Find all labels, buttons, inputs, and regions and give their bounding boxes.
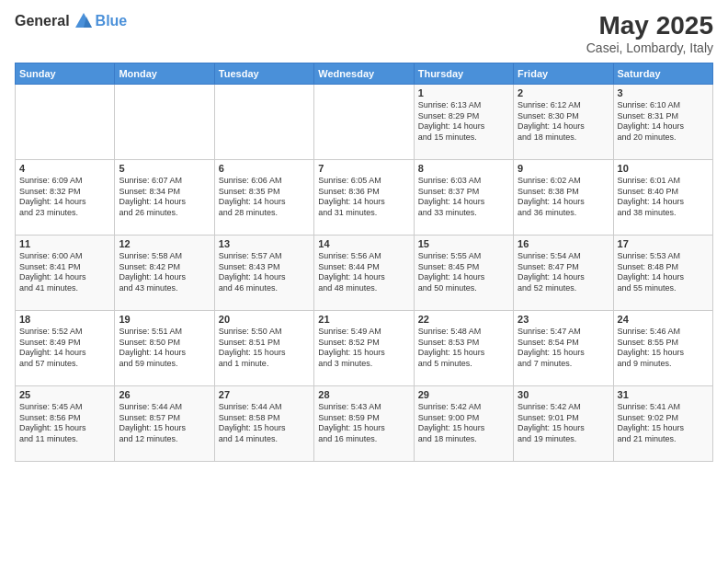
- header-saturday: Saturday: [613, 63, 712, 85]
- day-cell-0-1: [115, 85, 214, 160]
- day-info: Sunrise: 5:45 AM Sunset: 8:56 PM Dayligh…: [19, 402, 110, 445]
- day-cell-1-6: 10Sunrise: 6:01 AM Sunset: 8:40 PM Dayli…: [613, 160, 712, 236]
- day-number: 12: [119, 238, 210, 249]
- day-number: 29: [418, 389, 509, 400]
- day-info: Sunrise: 5:41 AM Sunset: 9:02 PM Dayligh…: [618, 402, 709, 445]
- day-cell-3-0: 18Sunrise: 5:52 AM Sunset: 8:49 PM Dayli…: [16, 311, 115, 386]
- day-cell-2-3: 14Sunrise: 5:56 AM Sunset: 8:44 PM Dayli…: [314, 236, 414, 311]
- day-info: Sunrise: 5:57 AM Sunset: 8:43 PM Dayligh…: [219, 251, 310, 294]
- day-info: Sunrise: 6:05 AM Sunset: 8:36 PM Dayligh…: [318, 176, 409, 219]
- day-info: Sunrise: 5:44 AM Sunset: 8:58 PM Dayligh…: [219, 402, 310, 445]
- day-info: Sunrise: 5:43 AM Sunset: 8:59 PM Dayligh…: [318, 402, 409, 445]
- day-cell-2-6: 17Sunrise: 5:53 AM Sunset: 8:48 PM Dayli…: [613, 236, 712, 311]
- day-number: 15: [418, 238, 509, 249]
- header-monday: Monday: [115, 63, 214, 85]
- day-number: 5: [119, 163, 210, 174]
- day-cell-4-2: 27Sunrise: 5:44 AM Sunset: 8:58 PM Dayli…: [214, 386, 313, 462]
- day-info: Sunrise: 5:47 AM Sunset: 8:54 PM Dayligh…: [518, 327, 609, 370]
- day-cell-1-0: 4Sunrise: 6:09 AM Sunset: 8:32 PM Daylig…: [16, 160, 115, 236]
- calendar-body: 1Sunrise: 6:13 AM Sunset: 8:29 PM Daylig…: [16, 85, 713, 462]
- day-cell-2-0: 11Sunrise: 6:00 AM Sunset: 8:41 PM Dayli…: [16, 236, 115, 311]
- day-number: 7: [318, 163, 409, 174]
- day-number: 11: [19, 238, 110, 249]
- day-number: 22: [418, 314, 509, 325]
- day-cell-4-0: 25Sunrise: 5:45 AM Sunset: 8:56 PM Dayli…: [16, 386, 115, 462]
- day-cell-3-6: 24Sunrise: 5:46 AM Sunset: 8:55 PM Dayli…: [613, 311, 712, 386]
- day-info: Sunrise: 5:54 AM Sunset: 8:47 PM Dayligh…: [518, 251, 609, 294]
- day-number: 26: [119, 389, 210, 400]
- day-cell-0-4: 1Sunrise: 6:13 AM Sunset: 8:29 PM Daylig…: [414, 85, 513, 160]
- location-title: Casei, Lombardy, Italy: [586, 40, 713, 55]
- day-cell-1-4: 8Sunrise: 6:03 AM Sunset: 8:37 PM Daylig…: [414, 160, 513, 236]
- day-cell-4-5: 30Sunrise: 5:42 AM Sunset: 9:01 PM Dayli…: [514, 386, 613, 462]
- week-row-4: 25Sunrise: 5:45 AM Sunset: 8:56 PM Dayli…: [16, 386, 713, 462]
- calendar-table: Sunday Monday Tuesday Wednesday Thursday…: [15, 63, 713, 462]
- day-cell-4-6: 31Sunrise: 5:41 AM Sunset: 9:02 PM Dayli…: [613, 386, 712, 462]
- day-number: 27: [219, 389, 310, 400]
- header: General Blue May 2025 Casei, Lombardy, I…: [15, 11, 713, 55]
- title-block: May 2025 Casei, Lombardy, Italy: [586, 11, 713, 55]
- day-cell-0-0: [16, 85, 115, 160]
- week-row-1: 4Sunrise: 6:09 AM Sunset: 8:32 PM Daylig…: [16, 160, 713, 236]
- day-info: Sunrise: 6:07 AM Sunset: 8:34 PM Dayligh…: [119, 176, 210, 219]
- day-info: Sunrise: 6:00 AM Sunset: 8:41 PM Dayligh…: [19, 251, 110, 294]
- day-info: Sunrise: 6:02 AM Sunset: 8:38 PM Dayligh…: [518, 176, 609, 219]
- day-cell-1-3: 7Sunrise: 6:05 AM Sunset: 8:36 PM Daylig…: [314, 160, 414, 236]
- day-cell-3-4: 22Sunrise: 5:48 AM Sunset: 8:53 PM Dayli…: [414, 311, 513, 386]
- day-info: Sunrise: 5:42 AM Sunset: 9:01 PM Dayligh…: [518, 402, 609, 445]
- day-cell-2-2: 13Sunrise: 5:57 AM Sunset: 8:43 PM Dayli…: [214, 236, 313, 311]
- day-info: Sunrise: 6:12 AM Sunset: 8:30 PM Dayligh…: [518, 100, 609, 144]
- day-number: 21: [318, 314, 409, 325]
- day-cell-4-1: 26Sunrise: 5:44 AM Sunset: 8:57 PM Dayli…: [115, 386, 214, 462]
- header-sunday: Sunday: [16, 63, 115, 85]
- day-cell-1-2: 6Sunrise: 6:06 AM Sunset: 8:35 PM Daylig…: [214, 160, 313, 236]
- day-cell-4-3: 28Sunrise: 5:43 AM Sunset: 8:59 PM Dayli…: [314, 386, 414, 462]
- header-wednesday: Wednesday: [314, 63, 414, 85]
- day-cell-3-5: 23Sunrise: 5:47 AM Sunset: 8:54 PM Dayli…: [514, 311, 613, 386]
- day-number: 6: [219, 163, 310, 174]
- day-cell-0-6: 3Sunrise: 6:10 AM Sunset: 8:31 PM Daylig…: [613, 85, 712, 160]
- header-tuesday: Tuesday: [214, 63, 313, 85]
- day-cell-3-2: 20Sunrise: 5:50 AM Sunset: 8:51 PM Dayli…: [214, 311, 313, 386]
- day-number: 10: [618, 163, 709, 174]
- day-number: 4: [19, 163, 110, 174]
- day-number: 25: [19, 389, 110, 400]
- header-friday: Friday: [514, 63, 613, 85]
- day-number: 24: [618, 314, 709, 325]
- day-info: Sunrise: 5:46 AM Sunset: 8:55 PM Dayligh…: [618, 327, 709, 370]
- day-cell-2-1: 12Sunrise: 5:58 AM Sunset: 8:42 PM Dayli…: [115, 236, 214, 311]
- logo: General Blue: [15, 11, 127, 31]
- day-number: 23: [518, 314, 609, 325]
- day-info: Sunrise: 5:44 AM Sunset: 8:57 PM Dayligh…: [119, 402, 210, 445]
- day-cell-1-1: 5Sunrise: 6:07 AM Sunset: 8:34 PM Daylig…: [115, 160, 214, 236]
- day-cell-0-2: [214, 85, 313, 160]
- day-cell-2-4: 15Sunrise: 5:55 AM Sunset: 8:45 PM Dayli…: [414, 236, 513, 311]
- day-info: Sunrise: 6:01 AM Sunset: 8:40 PM Dayligh…: [618, 176, 709, 219]
- day-number: 18: [19, 314, 110, 325]
- calendar-page: General Blue May 2025 Casei, Lombardy, I…: [0, 0, 728, 563]
- day-cell-0-5: 2Sunrise: 6:12 AM Sunset: 8:30 PM Daylig…: [514, 85, 613, 160]
- day-cell-2-5: 16Sunrise: 5:54 AM Sunset: 8:47 PM Dayli…: [514, 236, 613, 311]
- day-number: 30: [518, 389, 609, 400]
- day-number: 3: [618, 87, 709, 98]
- logo-general-text: General: [15, 13, 70, 29]
- day-cell-3-3: 21Sunrise: 5:49 AM Sunset: 8:52 PM Dayli…: [314, 311, 414, 386]
- day-info: Sunrise: 5:53 AM Sunset: 8:48 PM Dayligh…: [618, 251, 709, 294]
- day-info: Sunrise: 5:42 AM Sunset: 9:00 PM Dayligh…: [418, 402, 509, 445]
- day-number: 16: [518, 238, 609, 249]
- logo-blue-text: Blue: [96, 13, 128, 29]
- day-info: Sunrise: 5:56 AM Sunset: 8:44 PM Dayligh…: [318, 251, 409, 294]
- day-number: 19: [119, 314, 210, 325]
- day-number: 14: [318, 238, 409, 249]
- day-number: 2: [518, 87, 609, 98]
- day-info: Sunrise: 5:48 AM Sunset: 8:53 PM Dayligh…: [418, 327, 509, 370]
- day-info: Sunrise: 5:50 AM Sunset: 8:51 PM Dayligh…: [219, 327, 310, 370]
- day-number: 28: [318, 389, 409, 400]
- header-thursday: Thursday: [414, 63, 513, 85]
- day-info: Sunrise: 6:09 AM Sunset: 8:32 PM Dayligh…: [19, 176, 110, 219]
- day-number: 13: [219, 238, 310, 249]
- week-row-3: 18Sunrise: 5:52 AM Sunset: 8:49 PM Dayli…: [16, 311, 713, 386]
- month-title: May 2025: [586, 11, 713, 40]
- week-row-2: 11Sunrise: 6:00 AM Sunset: 8:41 PM Dayli…: [16, 236, 713, 311]
- day-info: Sunrise: 5:49 AM Sunset: 8:52 PM Dayligh…: [318, 327, 409, 370]
